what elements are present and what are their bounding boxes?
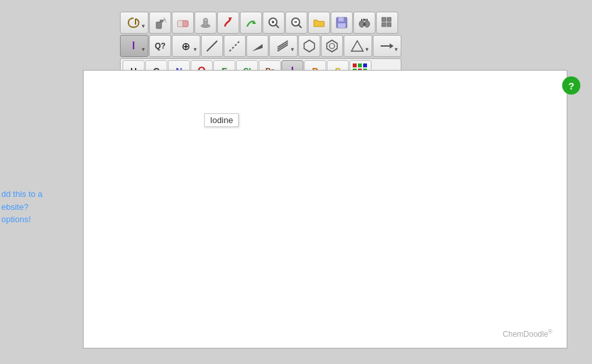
svg-point-5 [165, 19, 166, 21]
wedge-bond-btn[interactable] [246, 35, 268, 57]
zoom-out-btn[interactable] [285, 12, 307, 34]
svg-rect-23 [338, 17, 344, 21]
canvas-area[interactable]: ChemDoodle® [83, 70, 567, 348]
svg-rect-32 [387, 17, 391, 21]
sidebar-line2[interactable]: ebsite? [1, 201, 43, 214]
stamp-tool-btn[interactable] [195, 12, 217, 34]
triangle-btn[interactable]: ▼ [344, 35, 372, 57]
hexagon-btn[interactable] [298, 35, 320, 57]
svg-rect-47 [353, 63, 357, 67]
eraser-tool-btn[interactable] [172, 12, 194, 34]
curved-arrow-tool-btn[interactable] [240, 12, 262, 34]
svg-rect-31 [382, 17, 386, 21]
iodine-tooltip: Iodine [204, 113, 239, 127]
lasso-tool-btn[interactable]: ▼ [120, 12, 148, 34]
svg-point-43 [329, 43, 335, 49]
svg-line-36 [230, 41, 240, 51]
sidebar-links[interactable]: dd this to a ebsite? options! [0, 188, 43, 226]
toolbar-row-1: ▼ [120, 12, 401, 34]
svg-rect-24 [338, 23, 346, 28]
svg-rect-27 [363, 23, 366, 25]
svg-rect-33 [382, 23, 386, 27]
query-label: Q? [155, 41, 166, 51]
svg-line-21 [298, 25, 302, 28]
svg-rect-34 [387, 23, 391, 27]
svg-rect-2 [160, 20, 163, 22]
svg-rect-8 [178, 21, 183, 27]
zoom-in-btn[interactable] [263, 12, 285, 34]
query-tool-btn[interactable]: Q? [149, 35, 171, 57]
help-btn[interactable]: ? [562, 76, 580, 95]
svg-marker-13 [228, 17, 232, 20]
hook-tool-btn[interactable] [217, 12, 239, 34]
dashed-bond-btn[interactable] [224, 35, 246, 57]
spray-tool-btn[interactable] [149, 12, 171, 34]
svg-marker-41 [304, 40, 314, 52]
save-btn[interactable] [331, 12, 353, 34]
svg-rect-1 [156, 22, 161, 28]
svg-point-12 [204, 18, 207, 22]
svg-marker-37 [252, 44, 263, 51]
sidebar-line3[interactable]: options! [1, 213, 43, 226]
svg-line-35 [207, 41, 217, 51]
svg-line-18 [276, 25, 279, 28]
svg-point-4 [163, 17, 165, 19]
atom-tool-label: I [132, 40, 135, 52]
open-file-btn[interactable] [308, 12, 330, 34]
toolbar-row-2: I ▼ Q? ⊕ ▼ [120, 35, 401, 57]
benzene-btn[interactable] [321, 35, 343, 57]
svg-rect-48 [358, 63, 362, 67]
svg-point-6 [165, 21, 167, 23]
svg-rect-49 [363, 63, 367, 67]
sidebar-line1[interactable]: dd this to a [1, 188, 43, 201]
search-btn[interactable] [353, 12, 375, 34]
add-label: ⊕ [182, 40, 190, 52]
svg-rect-28 [363, 19, 366, 21]
svg-marker-42 [327, 40, 337, 52]
add-tool-btn[interactable]: ⊕ ▼ [172, 35, 200, 57]
watermark: ChemDoodle® [503, 328, 552, 339]
svg-marker-44 [351, 41, 363, 51]
atom-tool-btn[interactable]: I ▼ [120, 35, 148, 57]
multi-bond-btn[interactable]: ▼ [269, 35, 298, 57]
grid-btn[interactable] [376, 12, 398, 34]
arrow-right-btn[interactable]: ▼ [373, 35, 401, 57]
single-bond-btn[interactable] [201, 35, 223, 57]
